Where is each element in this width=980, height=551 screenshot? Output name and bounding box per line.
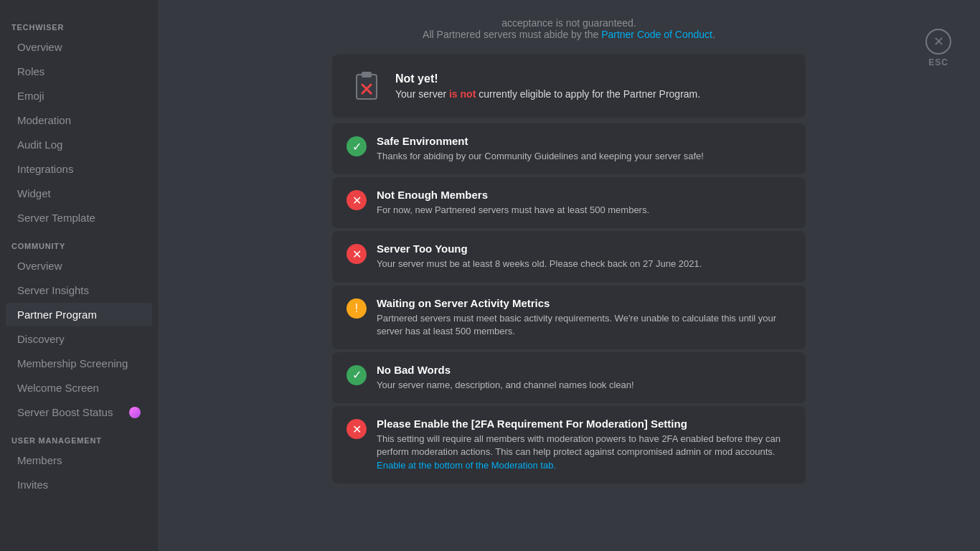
close-icon[interactable]: ✕ bbox=[925, 29, 951, 55]
req-no-bad-words: ✓ No Bad Words Your server name, descrip… bbox=[332, 352, 806, 403]
sidebar-item-membership-screening[interactable]: Membership Screening bbox=[6, 352, 152, 375]
requirements-list: ✓ Safe Environment Thanks for abiding by… bbox=[332, 121, 806, 484]
user-management-label: USER MANAGEMENT bbox=[0, 425, 158, 448]
req-desc-not-enough-members: For now, new Partnered servers must have… bbox=[377, 204, 649, 217]
sidebar: TECHWISER Overview Roles Emoji Moderatio… bbox=[0, 0, 158, 551]
sidebar-item-community-overview[interactable]: Overview bbox=[6, 254, 152, 278]
status-description: Your server is not currently eligible to… bbox=[395, 88, 700, 100]
req-icon-no-bad-words: ✓ bbox=[347, 365, 367, 385]
status-box-icon bbox=[349, 69, 384, 103]
sidebar-item-widget[interactable]: Widget bbox=[6, 182, 152, 205]
status-text: Not yet! Your server is not currently el… bbox=[395, 72, 700, 100]
req-title-waiting-activity: Waiting on Server Activity Metrics bbox=[377, 297, 791, 309]
req-icon-safe-environment: ✓ bbox=[347, 136, 367, 156]
req-icon-server-too-young: ✕ bbox=[347, 244, 367, 264]
sidebar-section-boost: Server Boost Status bbox=[0, 400, 158, 424]
esc-label: ESC bbox=[928, 57, 948, 67]
top-info-prefix: All Partnered servers must abide by the bbox=[423, 29, 601, 40]
partner-code-link[interactable]: Partner Code of Conduct bbox=[601, 29, 712, 40]
sidebar-item-audit-log[interactable]: Audit Log bbox=[6, 133, 152, 156]
check-icon-2: ✓ bbox=[352, 368, 362, 382]
req-title-2fa: Please Enable the [2FA Requirement For M… bbox=[377, 418, 791, 430]
sidebar-item-overview[interactable]: Overview bbox=[6, 35, 152, 59]
req-desc-safe-environment: Thanks for abiding by our Community Guid… bbox=[377, 150, 704, 163]
x-icon-2: ✕ bbox=[352, 248, 362, 261]
check-icon: ✓ bbox=[352, 140, 362, 154]
sidebar-item-integrations[interactable]: Integrations bbox=[6, 157, 152, 181]
top-info-line1: acceptance is not guaranteed. bbox=[332, 17, 806, 29]
x-icon: ✕ bbox=[352, 194, 362, 207]
server-name: TECHWISER bbox=[0, 11, 158, 34]
sidebar-item-partner-program[interactable]: Partner Program bbox=[6, 303, 152, 326]
top-info-suffix: . bbox=[712, 29, 715, 40]
sidebar-section-community: COMMUNITY Overview Server Insights Partn… bbox=[0, 230, 158, 400]
req-desc-waiting-activity: Partnered servers must meet basic activi… bbox=[377, 312, 791, 338]
req-title-no-bad-words: No Bad Words bbox=[377, 364, 634, 376]
esc-button[interactable]: ✕ ESC bbox=[925, 29, 951, 67]
req-icon-2fa: ✕ bbox=[347, 419, 367, 439]
sidebar-item-emoji[interactable]: Emoji bbox=[6, 84, 152, 108]
req-icon-waiting-activity: ! bbox=[347, 298, 367, 319]
warning-icon: ! bbox=[355, 302, 358, 315]
status-title: Not yet! bbox=[395, 72, 700, 85]
sidebar-item-server-boost-status[interactable]: Server Boost Status bbox=[6, 400, 152, 424]
req-icon-not-enough-members: ✕ bbox=[347, 190, 367, 210]
sidebar-item-roles[interactable]: Roles bbox=[6, 60, 152, 83]
req-desc-2fa: This setting will require all members wi… bbox=[377, 433, 791, 472]
svg-rect-1 bbox=[362, 72, 372, 77]
req-desc-server-too-young: Your server must be at least 8 weeks old… bbox=[377, 258, 702, 270]
req-not-enough-members: ✕ Not Enough Members For now, new Partne… bbox=[332, 177, 806, 228]
top-info-line2: All Partnered servers must abide by the … bbox=[332, 29, 806, 40]
status-box: Not yet! Your server is not currently el… bbox=[332, 55, 806, 118]
sidebar-section-user-management: USER MANAGEMENT Members Invites bbox=[0, 425, 158, 496]
req-safe-environment: ✓ Safe Environment Thanks for abiding by… bbox=[332, 123, 806, 174]
x-icon-3: ✕ bbox=[352, 423, 362, 436]
req-desc-no-bad-words: Your server name, description, and chann… bbox=[377, 379, 634, 392]
sidebar-item-discovery[interactable]: Discovery bbox=[6, 327, 152, 351]
req-waiting-activity: ! Waiting on Server Activity Metrics Par… bbox=[332, 286, 806, 349]
moderation-tab-link[interactable]: Enable at the bottom of the Moderation t… bbox=[377, 460, 556, 471]
top-info: acceptance is not guaranteed. All Partne… bbox=[332, 17, 806, 40]
req-title-server-too-young: Server Too Young bbox=[377, 242, 702, 255]
sidebar-item-members[interactable]: Members bbox=[6, 448, 152, 472]
svg-rect-0 bbox=[357, 75, 377, 99]
req-title-not-enough-members: Not Enough Members bbox=[377, 189, 649, 201]
req-enable-2fa: ✕ Please Enable the [2FA Requirement For… bbox=[332, 406, 806, 484]
sidebar-item-invites[interactable]: Invites bbox=[6, 473, 152, 496]
sidebar-item-welcome-screen[interactable]: Welcome Screen bbox=[6, 376, 152, 400]
sidebar-item-server-insights[interactable]: Server Insights bbox=[6, 278, 152, 302]
req-title-safe-environment: Safe Environment bbox=[377, 135, 704, 147]
boost-icon bbox=[129, 407, 141, 418]
sidebar-item-moderation[interactable]: Moderation bbox=[6, 108, 152, 132]
req-server-too-young: ✕ Server Too Young Your server must be a… bbox=[332, 231, 806, 282]
sidebar-section-general: Overview Roles Emoji Moderation Audit Lo… bbox=[0, 35, 158, 230]
sidebar-item-server-template[interactable]: Server Template bbox=[6, 206, 152, 230]
community-label: COMMUNITY bbox=[0, 230, 158, 253]
main-content: acceptance is not guaranteed. All Partne… bbox=[158, 0, 980, 551]
